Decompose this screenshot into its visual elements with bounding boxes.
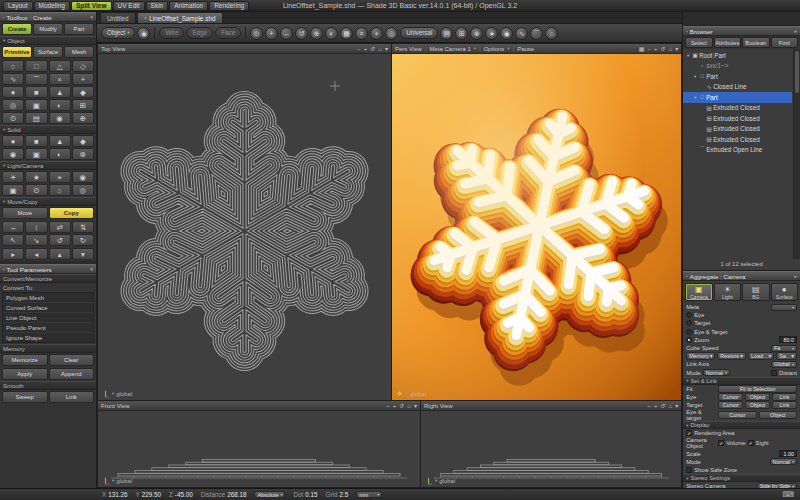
primitive-icon-9[interactable]: ●: [2, 86, 24, 98]
radio-target[interactable]: [686, 320, 692, 326]
primitive-icon-19[interactable]: ◉: [49, 112, 71, 124]
primitive-icon-17[interactable]: ⊙: [2, 112, 24, 124]
front-view-coord-label[interactable]: ▾ global: [101, 476, 132, 485]
tree-row-root-part-0[interactable]: ▾▣Root Part: [683, 50, 792, 61]
object-band[interactable]: ▾ Object: [0, 36, 96, 45]
toolbar-icon-right-2[interactable]: ⊞: [455, 27, 468, 40]
mode-button-edge[interactable]: Edge: [186, 27, 213, 39]
solid-icon-5[interactable]: ◉: [2, 148, 24, 160]
camera-select-cube-speed[interactable]: Fa▾: [771, 345, 797, 352]
primitive-icon-15[interactable]: ◐: [49, 99, 71, 111]
solid-icon-1[interactable]: ●: [2, 135, 24, 147]
zoom-out-icon[interactable]: −: [357, 46, 361, 52]
memory-button[interactable]: Memory▾: [686, 352, 715, 360]
chevron-down-icon[interactable]: ▾: [675, 46, 678, 52]
toolbar-icon-left-6[interactable]: ◐: [325, 27, 338, 40]
chevron-down-icon[interactable]: ▾: [414, 403, 417, 409]
object-mode-button[interactable]: Object▾: [101, 27, 135, 39]
primitive-icon-2[interactable]: □: [25, 60, 47, 72]
checkbox[interactable]: ✓: [748, 440, 754, 446]
browser-tab-boolean[interactable]: Boolean: [742, 37, 769, 48]
tree-row-extruded-open-line-9[interactable]: ⌒Extruded Open Line: [683, 145, 792, 156]
primitive-icon-13[interactable]: ◎: [2, 99, 24, 111]
home-view-icon[interactable]: ⌂: [407, 403, 411, 409]
camera-select-mode[interactable]: Normal▾: [770, 458, 797, 465]
checkbox[interactable]: ✓: [718, 440, 724, 446]
object-button[interactable]: Object: [745, 401, 770, 409]
tree-row-closed-line-3[interactable]: ∿Closed Line: [683, 82, 792, 93]
camera-select-mode[interactable]: Normal▾: [703, 369, 730, 376]
viewport-pers[interactable]: Pers View | Meta Camera 1 ▾ | Options ▾ …: [392, 44, 681, 400]
solid-icon-7[interactable]: ◐: [49, 148, 71, 160]
checkbox[interactable]: ✓: [686, 430, 692, 436]
transform-icon-8[interactable]: ↻: [72, 234, 94, 246]
primitive-icon-16[interactable]: ⊞: [72, 99, 94, 111]
menu-tab-rendering[interactable]: Rendering: [209, 1, 249, 11]
clear-button[interactable]: Clear: [49, 354, 95, 366]
toolbar-icon-left-1[interactable]: ⊙: [250, 27, 263, 40]
reset-view-icon[interactable]: ↺: [370, 46, 375, 52]
solid-icon-8[interactable]: ⊗: [72, 148, 94, 160]
move-copy-band[interactable]: ▾ Move/Copy: [0, 197, 96, 206]
menu-tab-layout[interactable]: Layout: [3, 1, 33, 11]
solid-icon-6[interactable]: ▣: [25, 148, 47, 160]
transform-icon-4[interactable]: ⇅: [72, 221, 94, 233]
zoom-in-icon[interactable]: +: [654, 403, 658, 409]
status-select[interactable]: mm▾: [356, 491, 382, 498]
doc-tab-untitled[interactable]: Untitled: [100, 12, 136, 23]
move-tabs-copy[interactable]: Copy: [49, 207, 95, 219]
cursor-button[interactable]: Cursor: [718, 401, 743, 409]
light-camera-icon-6[interactable]: ⊙: [25, 184, 47, 196]
tree-row-extruded-closed-8[interactable]: ▤Extruded Closed: [683, 134, 792, 145]
section-caret-icon[interactable]: ▾: [686, 476, 688, 481]
transform-icon-5[interactable]: ↖: [2, 234, 24, 246]
toolbar-icon-left-5[interactable]: ⊕: [310, 27, 323, 40]
toolbar-icon-right-4[interactable]: ★: [485, 27, 498, 40]
right-view-canvas[interactable]: [421, 411, 681, 487]
link-button[interactable]: Link: [49, 391, 95, 403]
aggregate-tab-surface[interactable]: ●Surface: [771, 283, 798, 301]
zoom-in-icon[interactable]: +: [393, 403, 397, 409]
toolbar-icon-right-1[interactable]: ▤: [440, 27, 453, 40]
camera-field-scale[interactable]: 1.00: [779, 450, 797, 457]
type-tabs-primitive[interactable]: Primitive: [2, 46, 32, 58]
convert-item-curved-surface[interactable]: Curved Surface: [3, 303, 93, 313]
toolbar-icon-right-3[interactable]: ⊗: [470, 27, 483, 40]
checkbox[interactable]: [771, 370, 777, 376]
extra-icon-3[interactable]: ▴: [49, 248, 71, 260]
primitive-icon-18[interactable]: ▤: [25, 112, 47, 124]
zoom-out-icon[interactable]: −: [386, 403, 390, 409]
object-button[interactable]: Object: [759, 411, 797, 419]
status-select[interactable]: Absolute▾: [254, 491, 285, 498]
primitive-icon-5[interactable]: ∿: [2, 73, 24, 85]
zoom-out-icon[interactable]: −: [647, 403, 651, 409]
object-button[interactable]: Object: [745, 393, 770, 401]
chevron-down-icon[interactable]: ▾: [675, 403, 678, 409]
light-camera-icon-5[interactable]: ▣: [2, 184, 24, 196]
toolbar-icon-right-5[interactable]: ◉: [500, 27, 513, 40]
primitive-icon-14[interactable]: ▣: [25, 99, 47, 111]
pers-view-coord-label[interactable]: ▾ global: [395, 389, 426, 398]
solid-band[interactable]: ▾ Solid: [0, 125, 96, 134]
primitive-icon-1[interactable]: ○: [2, 60, 24, 72]
top-view-canvas[interactable]: [98, 54, 391, 400]
menu-tab-modeling[interactable]: Modeling: [34, 1, 70, 11]
close-tab-icon[interactable]: ×: [144, 15, 148, 22]
display-mode-icon[interactable]: ▦: [639, 46, 645, 52]
transform-icon-6[interactable]: ↘: [25, 234, 47, 246]
mode-button-wire[interactable]: Wire: [159, 27, 184, 39]
reset-view-icon[interactable]: ↺: [661, 46, 666, 52]
tree-row-extruded-closed-5[interactable]: ▤Extruded Closed: [683, 103, 792, 114]
sa-button[interactable]: Sa...▾: [776, 352, 797, 360]
load-button[interactable]: Load...▾: [748, 352, 774, 360]
light-camera-icon-2[interactable]: ★: [25, 171, 47, 183]
mode-button-face[interactable]: Face: [215, 27, 241, 39]
zoom-in-icon[interactable]: +: [654, 46, 658, 52]
section-caret-icon[interactable]: ▾: [686, 423, 688, 428]
toolbar-icon-left-2[interactable]: +: [265, 27, 278, 40]
keyboard-icon[interactable]: ⌨: [782, 490, 794, 500]
extra-icon-1[interactable]: ▸: [2, 248, 24, 260]
tree-scrollbar-thumb[interactable]: [795, 51, 799, 93]
primitive-icon-11[interactable]: ▲: [49, 86, 71, 98]
primitive-icon-12[interactable]: ◆: [72, 86, 94, 98]
